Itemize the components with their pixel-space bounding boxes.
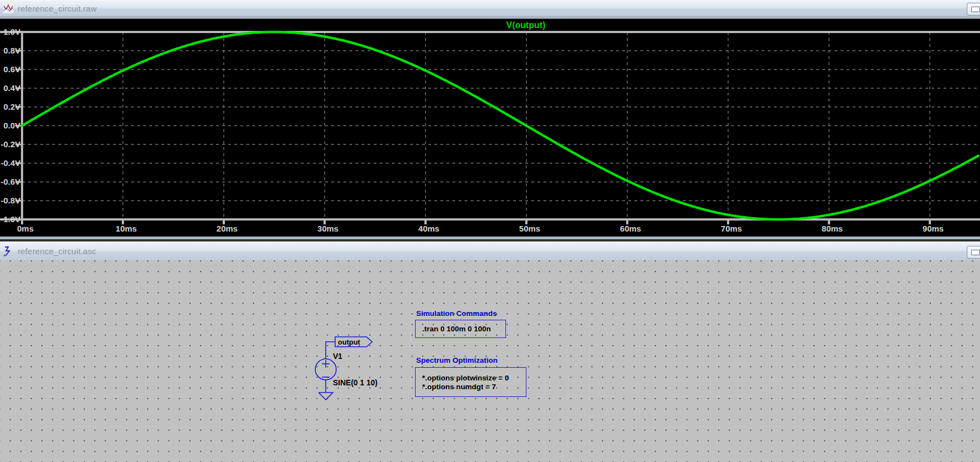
x-tick-label: 40ms [418, 224, 439, 233]
schematic-canvas[interactable]: output V1 SINE(0 1 10) Simulation Comman… [0, 260, 980, 462]
schematic-window-title: reference_circuit.asc [18, 246, 96, 256]
restore-icon [971, 7, 980, 12]
y-tick-label: -0.4V [1, 158, 20, 168]
schematic-window: reference_circuit.asc [0, 241, 980, 462]
y-tick-label: 0.0V [3, 121, 20, 130]
waveform-titlebar[interactable]: reference_circuit.raw [0, 0, 980, 16]
waveform-window-icon [3, 3, 14, 14]
waveform-window: reference_circuit.raw 1.0V0.8V0.6V0.4V0.… [0, 0, 980, 239]
x-tick-label: 10ms [116, 224, 137, 233]
y-tick-label: 1.0V [3, 27, 20, 36]
x-tick-label: 60ms [620, 224, 641, 233]
y-tick-label: -1.0V [1, 214, 20, 224]
x-tick-label: 0ms [17, 224, 34, 233]
x-tick-label: 50ms [519, 224, 540, 233]
x-tick-label: 70ms [721, 224, 742, 233]
component-name-v1[interactable]: V1 [333, 352, 342, 361]
ground-icon [319, 393, 333, 400]
component-value-sine[interactable]: SINE(0 1 10) [333, 378, 378, 387]
trace-title: V(output) [506, 20, 545, 30]
options-line-1: *.options plotwinsize = 0 [416, 374, 526, 382]
schematic-titlebar[interactable]: reference_circuit.asc [0, 241, 980, 260]
x-tick-label: 30ms [317, 224, 338, 233]
schematic-restore-button[interactable] [967, 246, 980, 259]
waveform-restore-button[interactable] [967, 3, 980, 15]
restore-icon [971, 250, 980, 255]
tran-directive-text: .tran 0 100m 0 100n [416, 325, 491, 333]
y-tick-label: -0.6V [1, 177, 20, 186]
waveform-chart: 1.0V0.8V0.6V0.4V0.2V0.0V-0.2V-0.4V-0.6V-… [0, 19, 980, 237]
sim-commands-header[interactable]: Simulation Commands [416, 309, 497, 318]
spectrum-optimization-header[interactable]: Spectrum Optimization [416, 356, 498, 364]
x-tick-label: 20ms [217, 224, 238, 233]
ltspice-app: reference_circuit.raw 1.0V0.8V0.6V0.4V0.… [0, 0, 980, 462]
options-line-2: *.options numdgt = 7 [416, 383, 526, 391]
y-tick-label: 0.2V [3, 102, 20, 111]
y-tick-label: -0.2V [1, 139, 20, 149]
y-tick-label: 0.6V [3, 65, 20, 74]
schematic-window-icon [3, 246, 14, 257]
waveform-plot[interactable]: 1.0V0.8V0.6V0.4V0.2V0.0V-0.2V-0.4V-0.6V-… [0, 19, 980, 237]
y-tick-label: 0.8V [3, 46, 20, 55]
x-tick-label: 90ms [923, 224, 944, 233]
options-directive-box[interactable]: *.options plotwinsize = 0 *.options numd… [415, 367, 526, 397]
y-tick-label: -0.8V [1, 196, 20, 205]
tran-directive-box[interactable]: .tran 0 100m 0 100n [415, 320, 506, 338]
net-label-output[interactable]: output [338, 338, 360, 346]
waveform-window-title: reference_circuit.raw [18, 4, 96, 13]
x-tick-label: 80ms [822, 224, 843, 233]
y-tick-label: 0.4V [3, 83, 20, 93]
